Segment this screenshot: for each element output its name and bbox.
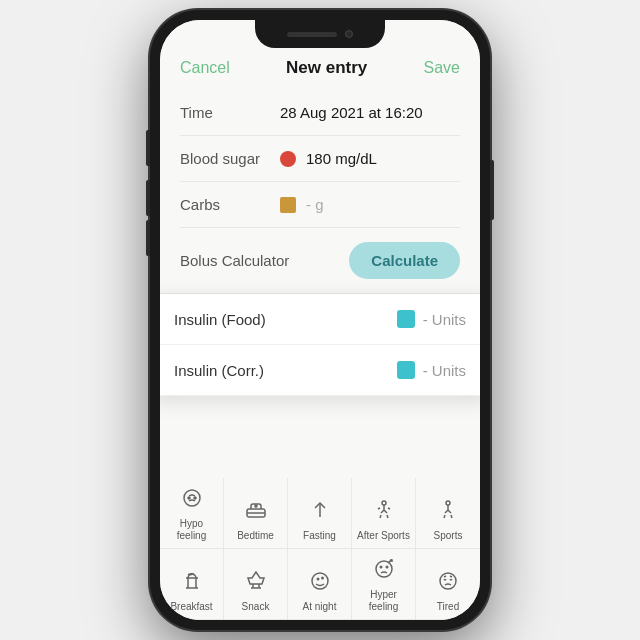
svg-point-13 (385, 566, 388, 569)
fasting-icon (308, 498, 332, 526)
bedtime-icon (244, 498, 268, 526)
insulin-food-card[interactable]: Insulin (Food) - Units (160, 294, 480, 345)
carbs-row: Carbs - g (180, 182, 460, 228)
tags-grid-row1: Hypo feeling Bedtime (160, 478, 480, 620)
snack-icon (244, 569, 268, 597)
svg-point-14 (440, 573, 456, 589)
hyper-feeling-icon (372, 557, 396, 585)
tag-breakfast[interactable]: Breakfast (160, 549, 224, 620)
hyper-feeling-label: Hyper feeling (356, 589, 411, 613)
blood-sugar-text: 180 mg/dL (306, 150, 377, 167)
sports-icon (436, 498, 460, 526)
at-night-label: At night (303, 601, 337, 613)
svg-point-8 (312, 573, 328, 589)
svg-point-2 (194, 497, 196, 499)
insulin-cards: Insulin (Food) - Units Insulin (Corr.) -… (160, 294, 480, 396)
tag-sports[interactable]: Sports (416, 478, 480, 549)
tired-label: Tired (437, 601, 459, 613)
svg-point-1 (188, 497, 190, 499)
svg-point-12 (379, 566, 382, 569)
svg-point-7 (446, 501, 450, 505)
tag-hypo-feeling[interactable]: Hypo feeling (160, 478, 224, 549)
blood-sugar-row: Blood sugar 180 mg/dL (180, 136, 460, 182)
fasting-label: Fasting (303, 530, 336, 542)
svg-point-6 (382, 501, 386, 505)
svg-point-0 (184, 490, 200, 506)
sports-label: Sports (434, 530, 463, 542)
carbs-color-square (280, 197, 296, 213)
insulin-corr-value: - Units (423, 362, 466, 379)
carbs-text: - g (306, 196, 324, 213)
save-button[interactable]: Save (424, 59, 460, 77)
blood-sugar-label: Blood sugar (180, 150, 280, 167)
snack-label: Snack (242, 601, 270, 613)
calculate-button[interactable]: Calculate (349, 242, 460, 279)
tag-fasting[interactable]: Fasting (288, 478, 352, 549)
tag-snack[interactable]: Snack (224, 549, 288, 620)
blood-sugar-value[interactable]: 180 mg/dL (280, 150, 377, 167)
breakfast-icon (180, 569, 204, 597)
svg-point-10 (321, 577, 324, 580)
breakfast-label: Breakfast (170, 601, 212, 613)
insulin-food-value: - Units (423, 311, 466, 328)
insulin-corr-card[interactable]: Insulin (Corr.) - Units (160, 345, 480, 396)
blood-sugar-dot (280, 151, 296, 167)
tag-tired[interactable]: Tired (416, 549, 480, 620)
after-sports-label: After Sports (357, 530, 410, 542)
insulin-food-label: Insulin (Food) (174, 311, 266, 328)
tag-after-sports[interactable]: After Sports (352, 478, 416, 549)
tags-section: Hypo feeling Bedtime (160, 478, 480, 620)
tag-bedtime[interactable]: Bedtime (224, 478, 288, 549)
carbs-label: Carbs (180, 196, 280, 213)
svg-point-9 (316, 578, 319, 581)
hypo-feeling-icon (180, 486, 204, 514)
tag-at-night[interactable]: At night (288, 549, 352, 620)
bolus-label: Bolus Calculator (180, 252, 289, 269)
tired-icon (436, 569, 460, 597)
page-title: New entry (286, 58, 367, 78)
svg-point-4 (255, 505, 257, 507)
form-section: Time 28 Aug 2021 at 16:20 Blood sugar 18… (160, 90, 480, 228)
at-night-icon (308, 569, 332, 597)
tag-hyper-feeling[interactable]: Hyper feeling (352, 549, 416, 620)
hypo-feeling-label: Hypo feeling (164, 518, 219, 542)
insulin-corr-color (397, 361, 415, 379)
svg-point-11 (376, 561, 392, 577)
after-sports-icon (372, 498, 396, 526)
insulin-food-color (397, 310, 415, 328)
bedtime-label: Bedtime (237, 530, 274, 542)
bolus-section: Bolus Calculator Calculate (160, 228, 480, 294)
cancel-button[interactable]: Cancel (180, 59, 230, 77)
time-row: Time 28 Aug 2021 at 16:20 (180, 90, 460, 136)
time-label: Time (180, 104, 280, 121)
insulin-corr-label: Insulin (Corr.) (174, 362, 264, 379)
time-value[interactable]: 28 Aug 2021 at 16:20 (280, 104, 423, 121)
carbs-value[interactable]: - g (280, 196, 324, 213)
